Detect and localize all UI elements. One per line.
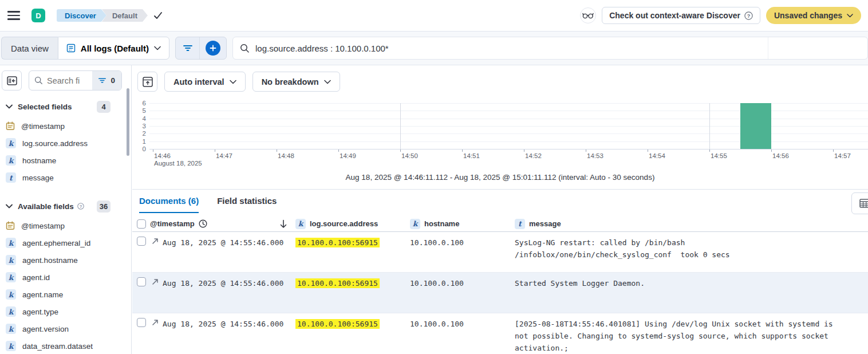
search-icon — [34, 76, 43, 85]
table-header-row: @timestamp k log.source.address k hostna… — [132, 216, 868, 232]
select-all-checkbox[interactable] — [137, 219, 146, 229]
x-axis-tick — [771, 150, 772, 152]
x-axis-tick — [648, 150, 648, 152]
field-label: @timestamp — [21, 222, 65, 230]
field-item-agent.type[interactable]: kagent.type — [0, 303, 131, 320]
breadcrumb: Discover Default — [57, 9, 148, 22]
keyword-field-icon: k — [295, 219, 306, 229]
menu-icon[interactable] — [7, 11, 20, 20]
keyword-field-icon: k — [6, 289, 16, 300]
main-content: Auto interval No breakdown 012345614:46A… — [132, 65, 868, 354]
question-circle-icon: ? — [744, 11, 753, 20]
row-checkbox[interactable] — [137, 318, 146, 327]
field-item-@timestamp[interactable]: @timestamp — [0, 217, 131, 234]
documents-panel: Documents (6) Field statistics @timestam… — [132, 190, 868, 354]
y-axis-tick-label: 1 — [135, 138, 146, 145]
field-item-hostname[interactable]: khostname — [0, 152, 131, 169]
question-circle-icon: ? — [77, 203, 84, 210]
gridline — [400, 103, 401, 149]
x-axis-tick — [524, 150, 524, 152]
collapse-sidebar-button[interactable] — [2, 70, 22, 91]
x-axis-tick-label: 14:46 — [154, 152, 171, 159]
documents-tabs: Documents (6) Field statistics — [139, 196, 277, 213]
field-item-message[interactable]: tmessage — [0, 169, 131, 186]
calendar-icon — [6, 221, 15, 230]
histogram-panel: Auto interval No breakdown 012345614:46A… — [132, 65, 868, 190]
table-row: Aug 18, 2025 @ 14:55:46.00010.100.0.100:… — [132, 313, 868, 354]
message-line: SysLog-NG restart: called by /bin/bash — [515, 237, 851, 249]
documents-table: @timestamp k log.source.address k hostna… — [132, 216, 868, 354]
column-source-address-label[interactable]: log.source.address — [310, 219, 378, 228]
y-axis-tick-label: 3 — [135, 123, 146, 129]
expand-document-icon[interactable] — [151, 318, 159, 327]
selected-fields-title: Selected fields — [18, 103, 72, 111]
y-axis-tick-label: 2 — [135, 130, 146, 137]
svg-text:?: ? — [747, 13, 751, 18]
available-fields-header[interactable]: Available fields ? 36 — [0, 200, 131, 213]
field-item-data_stream.dataset[interactable]: kdata_stream.dataset — [0, 337, 131, 354]
keyword-field-icon: k — [6, 306, 16, 317]
y-axis-tick-label: 0 — [135, 145, 146, 152]
selected-fields-list: @timestampklog.source.addresskhostnametm… — [0, 117, 131, 186]
column-message-label[interactable]: message — [529, 219, 561, 228]
filter-funnel-icon[interactable] — [176, 37, 200, 59]
x-axis-date-label: August 18, 2025 — [154, 160, 202, 167]
x-axis-line — [149, 149, 868, 150]
glasses-icon[interactable] — [580, 7, 596, 23]
chevron-down-icon — [154, 46, 161, 50]
breadcrumb-discover[interactable]: Discover — [57, 9, 106, 22]
x-axis-tick-label: 14:47 — [216, 152, 232, 159]
keyword-field-icon: k — [6, 324, 16, 334]
table-row: Aug 18, 2025 @ 14:55:46.00010.100.0.100:… — [132, 232, 868, 273]
data-view-selector[interactable]: All logs (Default) — [58, 37, 169, 60]
cell-message: Started System Logger Daemon. — [515, 273, 868, 289]
field-search-input[interactable] — [47, 76, 81, 85]
app-logo[interactable]: D — [31, 9, 45, 22]
grid-settings-button[interactable] — [851, 192, 868, 214]
y-axis-tick-label: 5 — [135, 107, 146, 114]
calendar-icon — [6, 121, 15, 131]
row-checkbox[interactable] — [137, 277, 146, 286]
keyword-field-icon: k — [6, 272, 16, 282]
unsaved-changes-button[interactable]: Unsaved changes — [766, 7, 861, 24]
keyword-field-icon: k — [6, 255, 16, 265]
data-view-icon — [66, 44, 76, 53]
message-line: [2025-08-18T14:55:46.401081] Using /dev/… — [515, 318, 851, 330]
text-field-icon: t — [515, 219, 525, 229]
svg-text:?: ? — [79, 204, 82, 209]
column-timestamp-label[interactable]: @timestamp — [150, 219, 195, 228]
field-item-agent.version[interactable]: kagent.version — [0, 320, 131, 337]
field-item-agent.id[interactable]: kagent.id — [0, 269, 131, 286]
field-item-agent.name[interactable]: kagent.name — [0, 286, 131, 303]
row-checkbox[interactable] — [137, 237, 146, 246]
field-item-@timestamp[interactable]: @timestamp — [0, 117, 131, 135]
highlighted-source-address: 10.100.0.100:56915 — [295, 238, 380, 247]
expand-document-icon[interactable] — [151, 237, 159, 245]
field-search-container: 0 — [29, 70, 122, 91]
hide-chart-button[interactable] — [137, 72, 157, 92]
column-hostname-label[interactable]: hostname — [424, 219, 459, 228]
breakdown-dropdown[interactable]: No breakdown — [252, 72, 340, 92]
context-aware-discover-button[interactable]: Check out context-aware Discover ? — [602, 7, 760, 24]
cell-hostname: 10.100.0.100 — [410, 273, 515, 289]
field-item-agent.hostname[interactable]: kagent.hostname — [0, 251, 131, 269]
chevron-down-icon — [847, 14, 853, 18]
add-filter-button[interactable] — [200, 37, 226, 59]
field-item-log.source.address[interactable]: klog.source.address — [0, 135, 131, 152]
message-line: activation.; — [515, 342, 851, 354]
histogram-bar[interactable] — [740, 103, 771, 149]
field-filter-button[interactable]: 0 — [92, 71, 121, 90]
selected-fields-header[interactable]: Selected fields 4 — [0, 100, 131, 113]
sort-descending-icon[interactable] — [279, 219, 287, 229]
interval-dropdown[interactable]: Auto interval — [164, 72, 246, 92]
field-item-agent.ephemeral_id[interactable]: kagent.ephemeral_id — [0, 234, 131, 251]
breadcrumb-default: Default — [102, 9, 148, 22]
histogram-chart[interactable]: 012345614:46August 18, 202514:4714:4814:… — [149, 103, 868, 149]
sidebar-scrollbar[interactable] — [127, 88, 129, 156]
query-input[interactable] — [255, 44, 861, 53]
tab-documents[interactable]: Documents (6) — [139, 196, 199, 213]
tab-field-statistics[interactable]: Field statistics — [217, 196, 277, 213]
keyword-field-icon: k — [6, 341, 16, 351]
expand-document-icon[interactable] — [151, 278, 159, 286]
field-label: agent.version — [22, 325, 69, 333]
